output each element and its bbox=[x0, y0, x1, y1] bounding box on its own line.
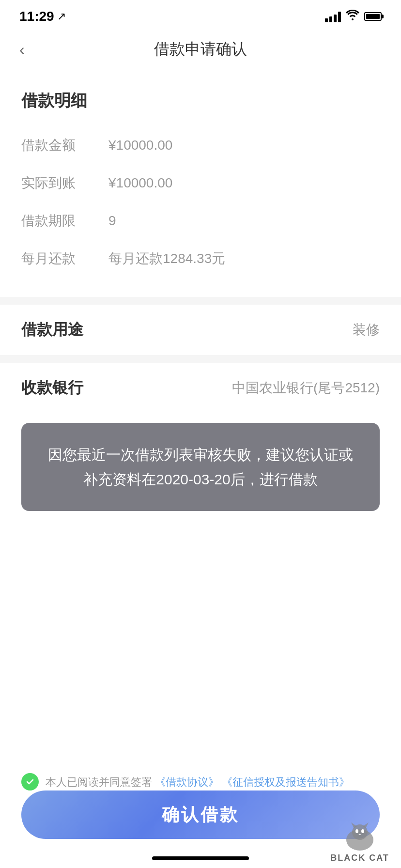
signal-icon bbox=[325, 11, 341, 22]
alert-message: 因您最近一次借款列表审核失败，建议您认证或补充资料在2020-03-20后，进行… bbox=[21, 423, 380, 511]
loan-period-row: 借款期限 9 bbox=[21, 202, 380, 240]
receiving-bank-row: 收款银行 中国农业银行(尾号2512) bbox=[0, 363, 401, 413]
svg-point-5 bbox=[361, 829, 364, 833]
status-icons bbox=[325, 10, 382, 23]
agreement-section: 本人已阅读并同意签署 《借款协议》 《征信授权及报送告知书》 bbox=[0, 773, 401, 790]
status-time: 11:29 bbox=[19, 9, 54, 24]
divider-1 bbox=[0, 297, 401, 305]
cat-icon bbox=[340, 822, 379, 853]
loan-agreement-link[interactable]: 《借款协议》 bbox=[155, 776, 219, 788]
loan-purpose-value: 装修 bbox=[353, 321, 380, 339]
battery-icon bbox=[364, 12, 382, 21]
monthly-payment-value: 每月还款1284.33元 bbox=[108, 249, 225, 268]
loan-purpose-row: 借款用途 装修 bbox=[0, 305, 401, 355]
divider-2 bbox=[0, 355, 401, 363]
confirm-btn-label: 确认借款 bbox=[162, 803, 239, 827]
home-indicator bbox=[152, 856, 249, 860]
nav-bar: ‹ 借款申请确认 bbox=[0, 29, 401, 70]
svg-point-4 bbox=[355, 829, 358, 833]
receiving-bank-value: 中国农业银行(尾号2512) bbox=[232, 379, 380, 397]
status-bar: 11:29 ↗ bbox=[0, 0, 401, 29]
loan-amount-label: 借款金额 bbox=[21, 136, 108, 155]
alert-text: 因您最近一次借款列表审核失败，建议您认证或补充资料在2020-03-20后，进行… bbox=[48, 447, 353, 487]
agreement-checkbox[interactable] bbox=[21, 773, 39, 790]
page-title: 借款申请确认 bbox=[154, 39, 247, 60]
loan-detail-title: 借款明细 bbox=[21, 90, 380, 112]
credit-auth-link[interactable]: 《征信授权及报送告知书》 bbox=[222, 776, 350, 788]
watermark: BLACK CAT bbox=[319, 817, 401, 868]
loan-purpose-label: 借款用途 bbox=[21, 319, 83, 341]
actual-arrival-value: ¥10000.00 bbox=[108, 175, 172, 191]
loan-period-value: 9 bbox=[108, 213, 116, 229]
actual-arrival-label: 实际到账 bbox=[21, 174, 108, 192]
location-icon: ↗ bbox=[57, 10, 66, 23]
content-area: 借款明细 借款金额 ¥10000.00 实际到账 ¥10000.00 借款期限 … bbox=[0, 70, 401, 511]
loan-period-label: 借款期限 bbox=[21, 212, 108, 230]
loan-amount-value: ¥10000.00 bbox=[108, 138, 172, 153]
back-button[interactable]: ‹ bbox=[19, 41, 25, 59]
wifi-icon bbox=[346, 10, 359, 23]
agreement-text: 本人已阅读并同意签署 《借款协议》 《征信授权及报送告知书》 bbox=[46, 774, 350, 790]
actual-arrival-row: 实际到账 ¥10000.00 bbox=[21, 164, 380, 202]
loan-amount-row: 借款金额 ¥10000.00 bbox=[21, 126, 380, 164]
monthly-payment-row: 每月还款 每月还款1284.33元 bbox=[21, 240, 380, 278]
loan-detail-section: 借款明细 借款金额 ¥10000.00 实际到账 ¥10000.00 借款期限 … bbox=[0, 70, 401, 297]
receiving-bank-label: 收款银行 bbox=[21, 377, 83, 399]
monthly-payment-label: 每月还款 bbox=[21, 249, 108, 268]
watermark-text: BLACK CAT bbox=[330, 853, 389, 863]
